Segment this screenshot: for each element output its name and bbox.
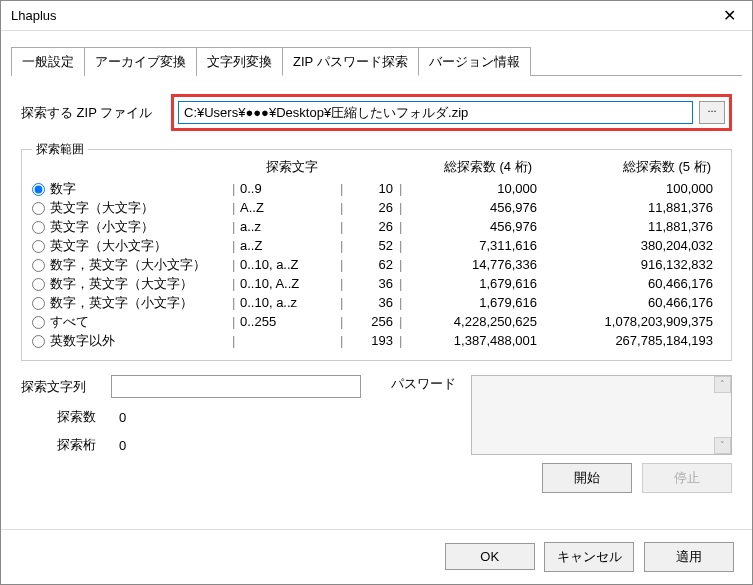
header-chars: 探索文字	[232, 158, 352, 176]
range-label: 数字，英文字（小文字）	[50, 293, 232, 312]
scroll-down-icon[interactable]: ˅	[714, 437, 731, 454]
range-count-5: 100,000	[537, 179, 721, 198]
range-label: 英数字以外	[50, 331, 232, 350]
header-n5: 総探索数 (5 桁)	[542, 158, 721, 176]
range-row[interactable]: 英文字（大文字）|A..Z|26 |456,97611,881,376	[32, 198, 721, 217]
range-count-4: 456,976	[407, 198, 537, 217]
range-label: 英文字（大小文字）	[50, 236, 232, 255]
range-header: 探索文字 総探索数 (4 桁) 総探索数 (5 桁)	[32, 158, 721, 176]
header-n4: 総探索数 (4 桁)	[402, 158, 542, 176]
search-range-group: 探索範囲 探索文字 総探索数 (4 桁) 総探索数 (5 桁) 数字|0..9|…	[21, 149, 732, 361]
range-count-4: 1,387,488,001	[407, 331, 537, 350]
range-digits: 52	[348, 236, 393, 255]
range-label: 数字	[50, 179, 232, 198]
range-digits: 26	[348, 217, 393, 236]
range-count-5: 1,078,203,909,375	[537, 312, 721, 331]
stop-button: 停止	[642, 463, 732, 493]
range-radio[interactable]	[32, 240, 45, 253]
zip-file-label: 探索する ZIP ファイル	[21, 104, 171, 122]
range-chars: a..z	[240, 217, 340, 236]
range-count-5: 60,466,176	[537, 274, 721, 293]
range-label: すべて	[50, 312, 232, 331]
range-row[interactable]: 数字，英文字（大文字）|0..10, A..Z|36 |1,679,61660,…	[32, 274, 721, 293]
close-icon[interactable]: ✕	[707, 1, 752, 31]
range-chars: 0..9	[240, 179, 340, 198]
window-title: Lhaplus	[11, 8, 57, 23]
range-digits: 10	[348, 179, 393, 198]
range-row[interactable]: 数字，英文字（大小文字）|0..10, a..Z|62 |14,776,3369…	[32, 255, 721, 274]
tab-general[interactable]: 一般設定	[11, 47, 85, 76]
zip-file-input[interactable]	[178, 101, 693, 124]
tab-bar: 一般設定 アーカイブ変換 文字列変換 ZIP パスワード探索 バージョン情報	[11, 46, 742, 76]
search-count-value: 0	[119, 410, 126, 425]
range-count-5: 11,881,376	[537, 198, 721, 217]
search-string-input[interactable]	[111, 375, 361, 398]
range-count-5: 267,785,184,193	[537, 331, 721, 350]
range-row[interactable]: 数字，英文字（小文字）|0..10, a..z|36 |1,679,61660,…	[32, 293, 721, 312]
range-count-5: 60,466,176	[537, 293, 721, 312]
tab-zip-password[interactable]: ZIP パスワード探索	[282, 47, 419, 76]
password-label: パスワード	[391, 375, 471, 455]
range-chars: 0..10, a..Z	[240, 255, 340, 274]
range-count-4: 14,776,336	[407, 255, 537, 274]
range-radio[interactable]	[32, 221, 45, 234]
range-count-4: 4,228,250,625	[407, 312, 537, 331]
range-count-5: 11,881,376	[537, 217, 721, 236]
range-count-4: 10,000	[407, 179, 537, 198]
range-count-4: 7,311,616	[407, 236, 537, 255]
range-label: 数字，英文字（大小文字）	[50, 255, 232, 274]
range-radio[interactable]	[32, 259, 45, 272]
apply-button[interactable]: 適用	[644, 542, 734, 572]
range-digits: 26	[348, 198, 393, 217]
range-label: 英文字（大文字）	[50, 198, 232, 217]
range-radio[interactable]	[32, 183, 45, 196]
range-row[interactable]: 英数字以外||193 |1,387,488,001267,785,184,193	[32, 331, 721, 350]
search-digits-label: 探索桁	[21, 436, 111, 454]
scroll-up-icon[interactable]: ˄	[714, 376, 731, 393]
search-count-label: 探索数	[21, 408, 111, 426]
tab-string[interactable]: 文字列変換	[196, 47, 283, 76]
range-chars: 0..10, A..Z	[240, 274, 340, 293]
range-count-4: 1,679,616	[407, 274, 537, 293]
cancel-button[interactable]: キャンセル	[544, 542, 634, 572]
range-row[interactable]: すべて|0..255|256 |4,228,250,6251,078,203,9…	[32, 312, 721, 331]
range-digits: 193	[348, 331, 393, 350]
range-digits: 256	[348, 312, 393, 331]
range-count-5: 916,132,832	[537, 255, 721, 274]
range-radio[interactable]	[32, 316, 45, 329]
ok-button[interactable]: OK	[445, 543, 535, 570]
password-output: ˄ ˅	[471, 375, 732, 455]
tab-version[interactable]: バージョン情報	[418, 47, 531, 76]
tab-archive[interactable]: アーカイブ変換	[84, 47, 197, 76]
range-count-4: 456,976	[407, 217, 537, 236]
range-row[interactable]: 数字|0..9|10 |10,000100,000	[32, 179, 721, 198]
search-digits-value: 0	[119, 438, 126, 453]
range-label: 英文字（小文字）	[50, 217, 232, 236]
range-count-4: 1,679,616	[407, 293, 537, 312]
titlebar: Lhaplus ✕	[1, 1, 752, 31]
range-chars: A..Z	[240, 198, 340, 217]
range-chars: 0..10, a..z	[240, 293, 340, 312]
range-radio[interactable]	[32, 335, 45, 348]
search-string-label: 探索文字列	[21, 378, 111, 396]
range-radio[interactable]	[32, 202, 45, 215]
range-label: 数字，英文字（大文字）	[50, 274, 232, 293]
range-digits: 36	[348, 274, 393, 293]
range-digits: 62	[348, 255, 393, 274]
range-count-5: 380,204,032	[537, 236, 721, 255]
range-radio[interactable]	[32, 278, 45, 291]
dialog-footer: OK キャンセル 適用	[1, 529, 752, 584]
range-row[interactable]: 英文字（小文字）|a..z|26 |456,97611,881,376	[32, 217, 721, 236]
range-radio[interactable]	[32, 297, 45, 310]
zip-file-highlight: ...	[171, 94, 732, 131]
search-range-legend: 探索範囲	[32, 141, 88, 158]
browse-button[interactable]: ...	[699, 101, 725, 124]
range-row[interactable]: 英文字（大小文字）|a..Z|52 |7,311,616380,204,032	[32, 236, 721, 255]
range-chars: a..Z	[240, 236, 340, 255]
range-chars: 0..255	[240, 312, 340, 331]
range-digits: 36	[348, 293, 393, 312]
start-button[interactable]: 開始	[542, 463, 632, 493]
